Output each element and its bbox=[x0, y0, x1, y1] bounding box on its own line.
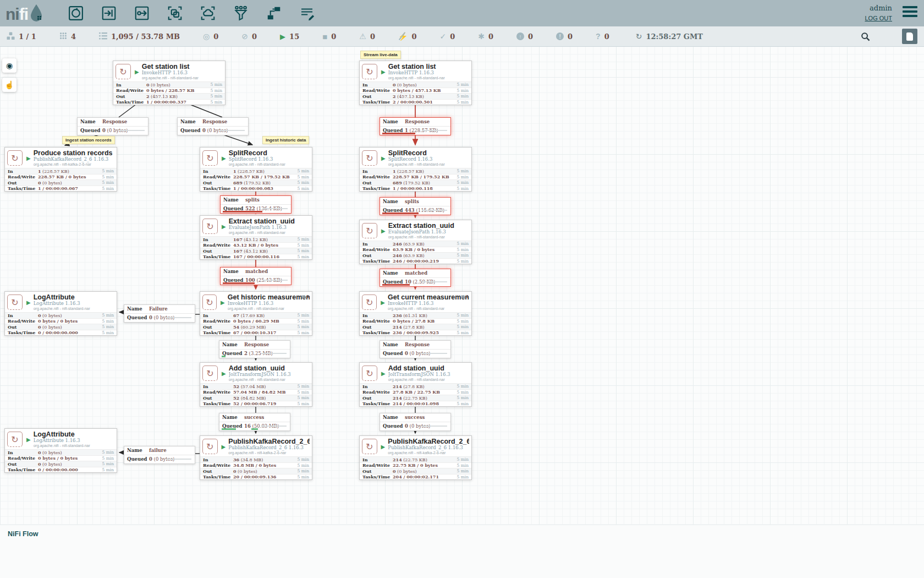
running-status-icon: ▶ bbox=[381, 370, 386, 377]
template-tool[interactable] bbox=[265, 4, 283, 23]
connection-label-failure-lower[interactable]: NamefailureQueued0 (0 bytes) bbox=[124, 446, 195, 464]
breadcrumb-nifi-flow[interactable]: NiFi Flow bbox=[8, 530, 38, 538]
connection-label-success-right[interactable]: NamesuccessQueued0 (0 bytes) bbox=[380, 413, 451, 431]
processor-type: LogAttribute 1.16.3 bbox=[34, 301, 90, 307]
queue-size-meter bbox=[166, 459, 191, 460]
canvas-label-ingest-historic-data[interactable]: Ingest historic data bbox=[262, 136, 309, 144]
processor-name: Get historic measurements bbox=[228, 293, 310, 301]
queued-icon bbox=[99, 32, 107, 41]
connection-queued-row: Queued0 (0 bytes) bbox=[380, 422, 450, 430]
processor-add-station-uuid-2[interactable]: ↻▶Add station_uuidJoltTransformJSON 1.16… bbox=[359, 362, 472, 407]
transmitting-icon: ◎ bbox=[203, 32, 210, 40]
stat-row-out: Out2 (457.13 KB)5 min bbox=[360, 93, 471, 99]
processor-type: EvaluateJsonPath 1.16.3 bbox=[388, 230, 454, 235]
processor-name: Extract station_uuid bbox=[388, 222, 454, 230]
locally-modified-stale-icon: ! bbox=[556, 32, 564, 40]
backpressure-meter bbox=[222, 356, 226, 357]
processor-get-historic-measurements[interactable]: ↻▶Get historic measurementsInvokeHTTP 1.… bbox=[200, 291, 312, 336]
canvas-palette: ◉ ☝ bbox=[2, 58, 16, 92]
label-icon bbox=[299, 5, 315, 21]
processor-type: InvokeHTTP 1.16.3 bbox=[228, 301, 310, 307]
processor-get-station-list-1[interactable]: ↻▶Get station listInvokeHTTP 1.16.3org.a… bbox=[113, 61, 226, 105]
navigate-button[interactable]: ◉ bbox=[2, 58, 16, 73]
processor-bundle: org.apache.nifi - nifi-standard-nar bbox=[388, 162, 445, 167]
stat-row-taskstime: Tasks/Time246 / 00:00:00.2195 min bbox=[360, 258, 471, 264]
stat-row-readwrite: Read/Write0 bytes / 0 bytes5 min bbox=[5, 318, 117, 324]
queue-size-meter bbox=[422, 130, 447, 131]
stat-row-in: In214 (22.75 KB)5 min bbox=[360, 456, 471, 462]
processor-name: PublishKafkaRecord_2_6 bbox=[228, 438, 310, 445]
not-transmitting-icon: ⊘ bbox=[241, 32, 248, 40]
not-transmitting-count: 0 bbox=[252, 32, 257, 41]
funnel-icon bbox=[233, 5, 249, 21]
processor-header: ↻▶Get station listInvokeHTTP 1.16.3org.a… bbox=[360, 61, 471, 81]
processor-add-station-uuid-1[interactable]: ↻▶Add station_uuidJoltTransformJSON 1.16… bbox=[200, 362, 312, 407]
processor-header: ↻▶Extract station_uuidEvaluateJsonPath 1… bbox=[200, 216, 312, 236]
active-threads-icon bbox=[59, 32, 67, 41]
global-menu-button[interactable] bbox=[903, 6, 917, 19]
stat-row-taskstime: Tasks/Time67 / 00:00:10.3175 min bbox=[200, 330, 312, 336]
stat-row-readwrite: Read/Write63.9 KB / 0 bytes5 min bbox=[360, 247, 471, 253]
connection-name-row: NameFailure bbox=[124, 305, 195, 314]
processor-extract-station-uuid-1[interactable]: ↻▶Extract station_uuidEvaluateJsonPath 1… bbox=[200, 215, 312, 260]
connection-label-matched-right[interactable]: NamematchedQueued10 (2.59 KB) bbox=[380, 269, 451, 287]
output-port-tool[interactable] bbox=[133, 4, 151, 23]
processor-get-station-list-2[interactable]: ↻▶Get station listInvokeHTTP 1.16.3org.a… bbox=[359, 61, 472, 105]
process-group-tool[interactable] bbox=[166, 4, 184, 23]
processor-log-attribute-2[interactable]: ↻▶LogAttributeLogAttribute 1.16.3org.apa… bbox=[4, 428, 117, 473]
stat-row-out: Out0 (0 bytes)5 min bbox=[5, 461, 117, 467]
processor-publish-kafka-2[interactable]: ↻▶PublishKafkaRecord_2_6PublishKafkaReco… bbox=[359, 435, 472, 480]
processor-header: ↻▶Add station_uuidJoltTransformJSON 1.16… bbox=[200, 363, 312, 383]
stat-row-in: In214 (27.8 KB)5 min bbox=[360, 383, 471, 389]
remote-process-group-tool[interactable] bbox=[199, 4, 217, 23]
processor-get-current-measurement[interactable]: ↻▶Get current measurementInvokeHTTP 1.16… bbox=[359, 291, 472, 336]
select-hand-button[interactable]: ☝ bbox=[2, 78, 16, 92]
stat-row-readwrite: Read/Write34.8 MB / 0 bytes5 min bbox=[200, 462, 312, 468]
search-button[interactable] bbox=[861, 32, 870, 41]
canvas-label-ingest-station-records[interactable]: Ingest station records bbox=[62, 136, 115, 144]
connection-name-row: NameResponse bbox=[78, 118, 148, 127]
connection-queued-row: Queued2 (3.25 MB) bbox=[219, 350, 290, 358]
invalid-icon: ⚠ bbox=[359, 32, 366, 40]
processor-publish-kafka-1[interactable]: ↻▶PublishKafkaRecord_2_6PublishKafkaReco… bbox=[200, 435, 312, 480]
label-tool[interactable] bbox=[298, 4, 316, 23]
connection-label-splits-right[interactable]: NamesplitsQueued443 (115.62 KB) bbox=[380, 197, 451, 215]
connection-label-matched-mid[interactable]: NamematchedQueued100 (25.43 KB) bbox=[220, 267, 292, 285]
operate-panel-toggle[interactable] bbox=[902, 29, 917, 44]
input-port-tool[interactable] bbox=[100, 4, 118, 23]
connection-label-response-mid[interactable]: NameResponseQueued0 (0 bytes) bbox=[177, 117, 249, 135]
running-status-icon: ▶ bbox=[222, 155, 226, 161]
funnel-tool[interactable] bbox=[232, 4, 250, 23]
canvas-label-stream-live-data[interactable]: Stream live-data bbox=[360, 51, 401, 59]
processor-bundle: org.apache.nifi - nifi-standard-nar bbox=[228, 307, 310, 311]
processor-bundle: org.apache.nifi - nifi-standard-nar bbox=[388, 307, 469, 311]
connection-queued-row: Queued1 (228.57 KB) bbox=[380, 127, 450, 135]
queue-size-meter bbox=[422, 281, 447, 282]
connection-label-response-left[interactable]: NameResponseQueued0 (0 bytes) bbox=[77, 117, 148, 135]
processor-extract-station-uuid-2[interactable]: ↻▶Extract station_uuidEvaluateJsonPath 1… bbox=[359, 220, 472, 264]
connection-label-response2-right[interactable]: NameResponseQueued0 (0 bytes) bbox=[380, 340, 451, 358]
connection-queued-row: Queued100 (25.43 KB) bbox=[221, 276, 291, 285]
processor-log-attribute-1[interactable]: ↻▶LogAttributeLogAttribute 1.16.3org.apa… bbox=[4, 291, 117, 336]
running-status-icon: ▶ bbox=[222, 370, 226, 377]
processor-name: Get station list bbox=[388, 63, 445, 70]
connection-label-success-mid[interactable]: NamesuccessQueued16 (50.03 MB) bbox=[219, 413, 290, 431]
connection-label-failure-upper[interactable]: NameFailureQueued0 (0 bytes) bbox=[124, 304, 195, 323]
connection-label-response-right[interactable]: NameResponseQueued1 (228.57 KB) bbox=[380, 117, 451, 135]
processor-name: SplitRecord bbox=[229, 149, 285, 157]
flow-canvas[interactable]: ↻▶Get station listInvokeHTTP 1.16.3org.a… bbox=[0, 0, 924, 578]
connection-label-splits-mid[interactable]: NamesplitsQueued522 (136.4 KB) bbox=[220, 195, 292, 214]
logout-link[interactable]: LOG OUT bbox=[865, 14, 892, 23]
processor-split-record-2[interactable]: ↻▶SplitRecordSplitRecord 1.16.3org.apach… bbox=[359, 147, 472, 192]
stale-icon: ↑ bbox=[516, 32, 524, 40]
connection-label-response2-mid[interactable]: NameResponseQueued2 (3.25 MB) bbox=[219, 340, 290, 358]
running-status-icon: ▶ bbox=[26, 299, 31, 306]
processor-type-icon: ↻ bbox=[202, 366, 218, 381]
processor-split-record-1[interactable]: ↻▶SplitRecordSplitRecord 1.16.3org.apach… bbox=[200, 147, 312, 192]
processor-tool[interactable] bbox=[67, 4, 85, 23]
remote-process-group-icon bbox=[200, 5, 216, 21]
processor-produce-station-records[interactable]: ↻▶Produce station recordsPublishKafkaRec… bbox=[4, 147, 117, 192]
processor-header: ↻▶Get station listInvokeHTTP 1.16.3org.a… bbox=[113, 61, 225, 81]
processor-type-icon: ↻ bbox=[362, 439, 377, 454]
backpressure-meter bbox=[382, 284, 410, 286]
